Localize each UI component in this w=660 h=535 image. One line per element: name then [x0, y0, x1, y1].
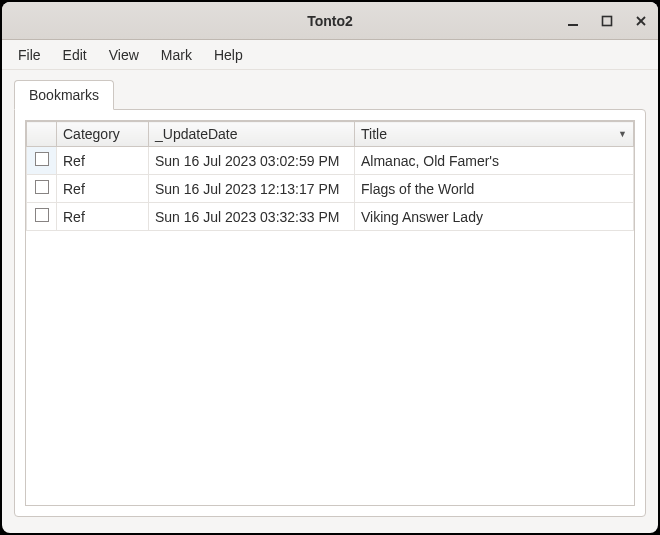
minimize-button[interactable] [562, 10, 584, 32]
menu-view[interactable]: View [99, 43, 149, 67]
svg-rect-1 [603, 16, 612, 25]
row-checkbox-cell[interactable] [27, 203, 57, 231]
column-category[interactable]: Category [57, 122, 149, 147]
menubar: File Edit View Mark Help [2, 40, 658, 70]
column-update-date[interactable]: _UpdateDate [149, 122, 355, 147]
svg-rect-0 [568, 24, 578, 26]
tab-row: Bookmarks [14, 78, 646, 110]
cell-update-date[interactable]: Sun 16 Jul 2023 03:32:33 PM [149, 203, 355, 231]
cell-category[interactable]: Ref [57, 147, 149, 175]
cell-title[interactable]: Almanac, Old Famer's [355, 147, 634, 175]
table-header-row: Category _UpdateDate Title ▼ [27, 122, 634, 147]
checkbox[interactable] [35, 152, 49, 166]
cell-title[interactable]: Viking Answer Lady [355, 203, 634, 231]
bookmarks-table: Category _UpdateDate Title ▼ Ref [26, 121, 634, 231]
window-title: Tonto2 [307, 13, 353, 29]
menu-file[interactable]: File [8, 43, 51, 67]
menu-edit[interactable]: Edit [53, 43, 97, 67]
checkbox[interactable] [35, 180, 49, 194]
table-row[interactable]: Ref Sun 16 Jul 2023 03:32:33 PM Viking A… [27, 203, 634, 231]
row-checkbox-cell[interactable] [27, 147, 57, 175]
menu-mark[interactable]: Mark [151, 43, 202, 67]
maximize-icon [601, 15, 613, 27]
column-title[interactable]: Title ▼ [355, 122, 634, 147]
menu-help[interactable]: Help [204, 43, 253, 67]
row-checkbox-cell[interactable] [27, 175, 57, 203]
table-row[interactable]: Ref Sun 16 Jul 2023 12:13:17 PM Flags of… [27, 175, 634, 203]
table-row[interactable]: Ref Sun 16 Jul 2023 03:02:59 PM Almanac,… [27, 147, 634, 175]
cell-title[interactable]: Flags of the World [355, 175, 634, 203]
tab-panel-bookmarks: Category _UpdateDate Title ▼ Ref [14, 109, 646, 517]
content-area: Bookmarks Category _UpdateDate Title ▼ [2, 70, 658, 533]
tab-bookmarks[interactable]: Bookmarks [14, 80, 114, 110]
app-window: Tonto2 File Edit View Mark Help Bookmark… [2, 2, 658, 533]
titlebar: Tonto2 [2, 2, 658, 40]
cell-update-date[interactable]: Sun 16 Jul 2023 12:13:17 PM [149, 175, 355, 203]
checkbox[interactable] [35, 208, 49, 222]
window-controls [562, 10, 652, 32]
maximize-button[interactable] [596, 10, 618, 32]
close-icon [635, 15, 647, 27]
chevron-down-icon: ▼ [618, 129, 627, 139]
cell-update-date[interactable]: Sun 16 Jul 2023 03:02:59 PM [149, 147, 355, 175]
column-checkbox[interactable] [27, 122, 57, 147]
bookmarks-table-wrap: Category _UpdateDate Title ▼ Ref [25, 120, 635, 506]
close-button[interactable] [630, 10, 652, 32]
minimize-icon [567, 15, 579, 27]
column-title-label: Title [361, 126, 387, 142]
cell-category[interactable]: Ref [57, 175, 149, 203]
cell-category[interactable]: Ref [57, 203, 149, 231]
